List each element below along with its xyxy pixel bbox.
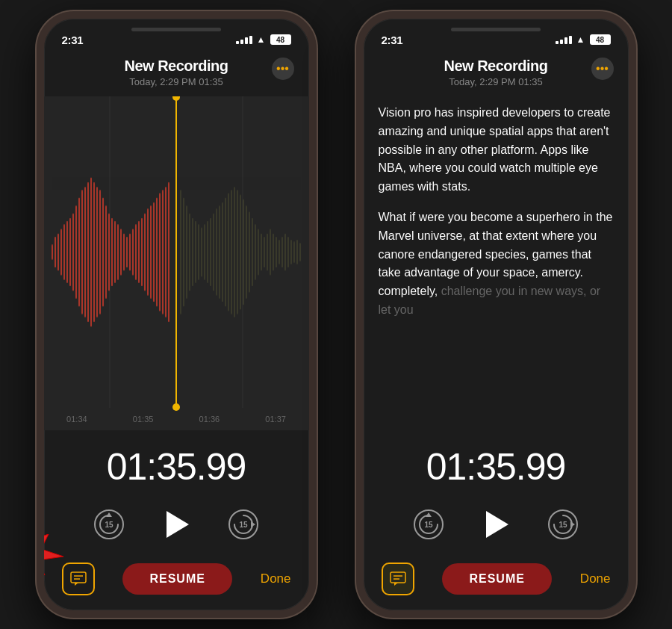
svg-rect-78 (284, 233, 286, 270)
right-status-time: 2:31 (382, 34, 403, 46)
signal-dot-3 (245, 37, 248, 44)
svg-rect-68 (255, 224, 256, 280)
right-phone-wrapper: 2:31 ▲ 48 New Recording Today, 2:29 PM 0… (339, 0, 653, 629)
svg-rect-79 (287, 237, 289, 268)
svg-rect-64 (243, 199, 244, 306)
left-skip-forward-button[interactable]: 15 (227, 508, 260, 541)
r-skip-back-icon: 15 (415, 511, 442, 538)
timeline-label-1: 01:35 (133, 415, 154, 424)
svg-rect-21 (105, 205, 107, 299)
svg-rect-9 (69, 218, 71, 287)
svg-text:15: 15 (424, 521, 433, 529)
svg-rect-27 (123, 233, 125, 270)
svg-rect-67 (252, 218, 253, 287)
left-controls-row: 15 15 (44, 496, 309, 557)
svg-rect-18 (96, 187, 98, 317)
transcript-paragraph-2: What if were you become a superhero in t… (379, 208, 614, 320)
right-skip-back-button[interactable]: 15 (412, 508, 445, 541)
left-resume-button[interactable]: RESUME (122, 563, 231, 595)
right-timer-display: 01:35.99 (364, 430, 629, 496)
svg-rect-96 (391, 572, 405, 583)
svg-rect-34 (144, 213, 146, 291)
right-resume-button[interactable]: RESUME (442, 563, 551, 595)
svg-text:15: 15 (559, 521, 567, 529)
right-timer-text: 01:35.99 (426, 446, 566, 488)
svg-rect-29 (129, 233, 131, 270)
svg-rect-26 (120, 229, 122, 276)
timeline-label-2: 01:36 (199, 415, 220, 424)
svg-rect-13 (81, 190, 83, 314)
svg-text:15: 15 (105, 521, 113, 529)
right-transcript-text: Vision pro has inspired developers to cr… (379, 104, 614, 320)
svg-rect-73 (270, 229, 271, 276)
r-signal-dot-1 (556, 41, 559, 44)
left-more-button[interactable]: ••• (272, 58, 294, 80)
right-wifi-icon: ▲ (576, 34, 585, 45)
svg-rect-55 (216, 208, 217, 296)
chat-icon (69, 570, 87, 588)
right-done-button[interactable]: Done (580, 571, 611, 586)
svg-rect-42 (168, 182, 169, 323)
r-signal-dot-3 (564, 37, 567, 44)
svg-rect-74 (273, 233, 274, 270)
svg-rect-36 (150, 205, 152, 299)
left-phone-frame: 2:31 ▲ 48 New Recording Today, 2:29 PM 0… (37, 11, 317, 618)
svg-rect-63 (240, 194, 241, 309)
left-status-bar: 2:31 ▲ 48 (44, 19, 309, 52)
right-play-button[interactable] (475, 503, 517, 545)
left-more-dots-icon: ••• (276, 63, 289, 75)
svg-rect-28 (126, 237, 128, 268)
left-timer-display: 01:35.99 (44, 430, 309, 496)
svg-rect-46 (189, 213, 190, 291)
svg-rect-20 (102, 198, 104, 307)
left-done-button[interactable]: Done (261, 571, 291, 586)
left-skip-back-button[interactable]: 15 (93, 508, 125, 541)
right-chat-button[interactable] (382, 563, 414, 595)
svg-rect-56 (219, 205, 220, 299)
svg-rect-48 (195, 221, 196, 283)
svg-rect-6 (60, 229, 62, 276)
svg-rect-4 (55, 237, 56, 268)
right-signal-icon (556, 36, 572, 44)
svg-rect-71 (264, 237, 265, 268)
left-waveform-container: 01:34 01:35 01:36 01:37 (44, 96, 309, 430)
svg-rect-15 (87, 182, 89, 323)
right-more-button[interactable]: ••• (591, 58, 614, 80)
svg-rect-69 (258, 229, 259, 276)
svg-rect-10 (72, 213, 74, 291)
right-more-dots-icon: ••• (596, 63, 609, 75)
left-resume-text: RESUME (149, 572, 205, 586)
svg-rect-33 (141, 218, 143, 287)
svg-rect-38 (156, 198, 158, 307)
svg-rect-16 (90, 177, 92, 326)
timeline-label-3: 01:37 (265, 415, 286, 424)
right-battery: 48 (590, 34, 611, 45)
svg-rect-24 (114, 221, 116, 283)
left-recording-subtitle: Today, 2:29 PM 01:35 (74, 76, 279, 87)
signal-dot-4 (249, 36, 252, 44)
svg-rect-70 (261, 233, 262, 270)
svg-rect-75 (276, 237, 277, 268)
left-status-time: 2:31 (62, 34, 84, 46)
left-timeline-cursor (175, 96, 177, 408)
right-recording-subtitle: Today, 2:29 PM 01:35 (393, 76, 599, 87)
skip-back-icon: 15 (96, 511, 122, 538)
svg-rect-45 (186, 205, 187, 299)
svg-rect-12 (78, 198, 80, 307)
svg-rect-22 (108, 213, 110, 291)
svg-rect-19 (99, 190, 101, 314)
left-status-icons: ▲ 48 (236, 34, 291, 45)
left-chat-button[interactable] (62, 563, 95, 595)
signal-dot-2 (240, 40, 243, 44)
svg-rect-65 (246, 205, 247, 299)
cursor-dot-bottom (172, 403, 180, 411)
svg-rect-7 (63, 224, 65, 280)
svg-rect-14 (84, 187, 86, 317)
left-play-button[interactable] (155, 503, 197, 545)
right-skip-forward-button[interactable]: 15 (547, 508, 579, 541)
timeline-label-0: 01:34 (66, 415, 87, 424)
svg-rect-76 (279, 240, 280, 264)
skip-back-circle: 15 (94, 509, 124, 539)
skip-forward-icon: 15 (230, 511, 257, 538)
left-timer-text: 01:35.99 (107, 446, 246, 488)
